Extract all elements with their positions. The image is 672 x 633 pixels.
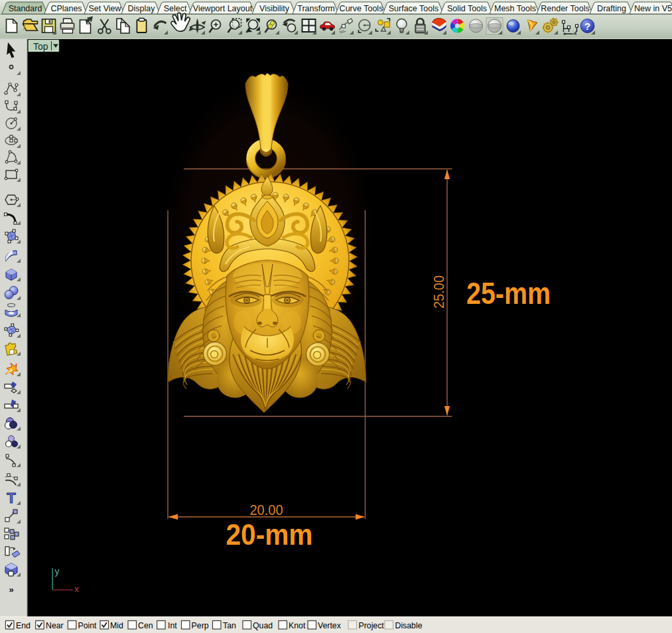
svg-text:New in V5: New in V5 xyxy=(634,4,672,13)
svg-text:Drafting: Drafting xyxy=(597,4,626,13)
svg-text:Render Tools: Render Tools xyxy=(541,4,589,13)
svg-text:Cen: Cen xyxy=(138,621,153,630)
svg-text:20.00: 20.00 xyxy=(250,502,283,518)
svg-text:Curve Tools: Curve Tools xyxy=(340,4,383,13)
svg-text:Project: Project xyxy=(359,621,385,630)
svg-text:Perp: Perp xyxy=(192,621,209,630)
svg-text:»: » xyxy=(9,585,13,595)
svg-text:Solid Tools: Solid Tools xyxy=(447,4,487,13)
svg-text:End: End xyxy=(16,621,31,630)
svg-text:Surface Tools: Surface Tools xyxy=(389,4,439,13)
svg-text:CPlanes: CPlanes xyxy=(50,4,82,13)
svg-text:25-mm: 25-mm xyxy=(466,276,551,311)
svg-text:Select: Select xyxy=(164,4,187,13)
svg-text:Near: Near xyxy=(46,621,64,630)
svg-text:20-mm: 20-mm xyxy=(226,518,313,551)
svg-text:25.00: 25.00 xyxy=(431,275,447,309)
svg-text:Set View: Set View xyxy=(88,4,121,13)
svg-text:Point: Point xyxy=(78,621,98,630)
svg-text:T: T xyxy=(7,490,16,506)
svg-text:Quad: Quad xyxy=(253,621,273,630)
svg-text:Knot: Knot xyxy=(289,621,306,630)
svg-text:Display: Display xyxy=(128,4,156,13)
svg-text:Visibility: Visibility xyxy=(259,4,290,13)
svg-text:Tan: Tan xyxy=(223,621,236,630)
svg-text:Int: Int xyxy=(168,621,177,630)
svg-text:y: y xyxy=(55,566,60,577)
svg-text:Viewport Layout: Viewport Layout xyxy=(193,4,253,13)
svg-text:?: ? xyxy=(584,21,590,32)
svg-text:Mid: Mid xyxy=(110,621,123,630)
svg-text:Vertex: Vertex xyxy=(318,621,342,630)
svg-text:x: x xyxy=(74,584,79,594)
svg-text:Transform: Transform xyxy=(297,4,335,13)
svg-text:Top: Top xyxy=(33,41,48,52)
svg-text:Mesh Tools: Mesh Tools xyxy=(494,4,536,13)
svg-text:Disable: Disable xyxy=(395,621,423,630)
svg-text:Standard: Standard xyxy=(9,4,42,13)
